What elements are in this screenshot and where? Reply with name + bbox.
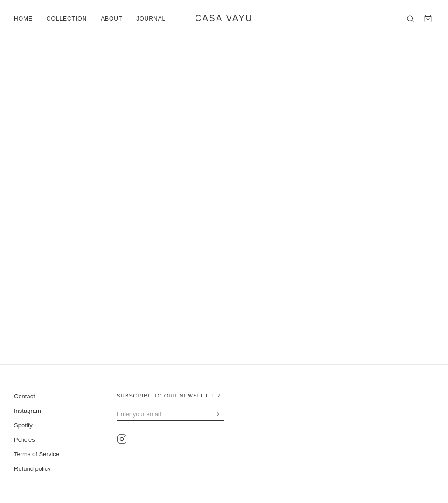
nav-item-journal[interactable]: JOURNAL (136, 15, 166, 22)
footer-link-refund[interactable]: Refund policy (14, 465, 89, 472)
newsletter-submit-button[interactable] (212, 410, 224, 418)
instagram-link[interactable] (117, 434, 127, 444)
footer-links: Contact Instagram Spotify Policies Terms… (14, 393, 89, 472)
footer-social (117, 434, 434, 446)
svg-point-5 (124, 436, 125, 437)
svg-line-1 (412, 20, 413, 22)
footer-newsletter: SUBSCRIBE TO OUR NEWSLETTER (117, 393, 434, 472)
newsletter-email-input[interactable] (117, 410, 212, 418)
submit-arrow-icon (214, 410, 222, 418)
nav-item-about[interactable]: ABOUT (101, 15, 122, 22)
main-content (0, 37, 448, 364)
footer-inner: Contact Instagram Spotify Policies Terms… (14, 393, 434, 472)
footer-link-terms[interactable]: Terms of Service (14, 451, 89, 458)
footer-link-contact[interactable]: Contact (14, 393, 89, 400)
instagram-icon (117, 434, 127, 444)
cart-icon (424, 14, 432, 23)
svg-point-4 (120, 437, 123, 440)
site-logo[interactable]: CASA VAYU (195, 14, 253, 23)
logo-wrap: CASA VAYU (195, 14, 253, 23)
search-button[interactable] (404, 13, 416, 25)
site-header: HOME COLLECTION ABOUT JOURNAL CASA VAYU (0, 0, 448, 37)
search-icon (406, 14, 414, 23)
header-icons (404, 13, 434, 25)
main-nav: HOME COLLECTION ABOUT JOURNAL (14, 15, 166, 22)
site-footer: Contact Instagram Spotify Policies Terms… (0, 364, 448, 491)
svg-rect-3 (118, 435, 126, 443)
nav-item-collection[interactable]: COLLECTION (47, 15, 87, 22)
nav-item-home[interactable]: HOME (14, 15, 33, 22)
newsletter-title: SUBSCRIBE TO OUR NEWSLETTER (117, 393, 434, 398)
footer-link-policies[interactable]: Policies (14, 436, 89, 443)
newsletter-form (117, 410, 224, 421)
svg-point-0 (407, 16, 413, 21)
footer-link-spotify[interactable]: Spotify (14, 422, 89, 429)
cart-button[interactable] (422, 13, 434, 25)
footer-link-instagram[interactable]: Instagram (14, 407, 89, 414)
